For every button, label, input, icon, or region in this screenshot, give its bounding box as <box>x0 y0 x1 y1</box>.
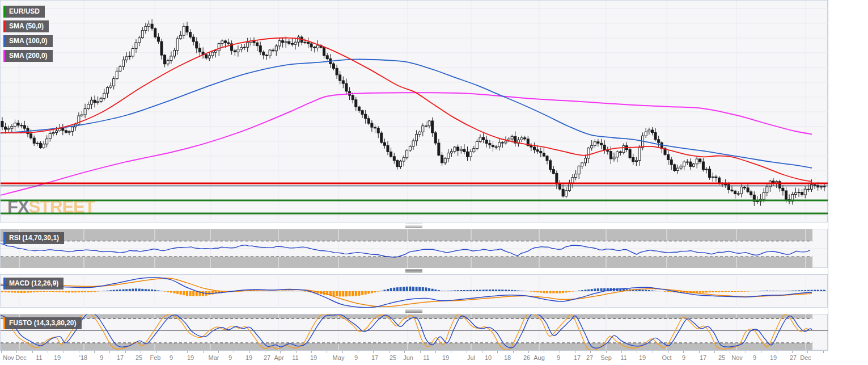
week-tick <box>358 351 358 353</box>
panel-splitter[interactable] <box>0 268 828 274</box>
date-label: Feb <box>150 354 161 361</box>
date-label: 9 <box>753 354 756 361</box>
date-label: 11 <box>620 354 626 361</box>
week-tick <box>435 351 436 353</box>
date-label: 9 <box>682 354 685 361</box>
date-label: Dec <box>15 354 27 361</box>
week-tick <box>1 351 2 353</box>
week-tick <box>699 351 700 353</box>
week-tick <box>172 351 172 353</box>
week-tick <box>109 351 110 353</box>
week-tick <box>311 351 312 353</box>
week-tick <box>590 351 591 353</box>
indicator-label-stochastic[interactable]: FUSTO (14,3,3,80,20) <box>3 317 82 329</box>
date-label: 10 <box>485 354 492 361</box>
date-label: 9 <box>228 354 232 361</box>
rsi-panel[interactable]: RSI (14,70,30,1) <box>0 229 828 268</box>
date-label: Jul <box>467 354 475 361</box>
date-label: May <box>333 354 345 361</box>
week-tick <box>327 351 327 353</box>
week-tick <box>714 351 715 353</box>
date-label: 19 <box>245 354 252 361</box>
indicator-label-rsi[interactable]: RSI (14,70,30,1) <box>3 232 64 244</box>
date-label: 11 <box>292 354 298 361</box>
week-tick <box>48 351 48 353</box>
legend-item-sma-50[interactable]: SMA (50,0) <box>3 20 49 32</box>
panel-splitter[interactable] <box>0 223 828 229</box>
date-label: 9 <box>557 354 560 361</box>
week-tick <box>156 351 157 353</box>
week-tick <box>777 351 777 353</box>
date-label: 25 <box>718 354 725 361</box>
week-tick <box>653 351 653 353</box>
week-tick <box>249 351 250 353</box>
date-label: 26 <box>523 354 530 361</box>
week-tick <box>16 351 17 353</box>
week-tick <box>218 351 219 353</box>
week-tick <box>342 351 343 353</box>
date-label: Nov <box>3 354 14 361</box>
legend-item-sma-200[interactable]: SMA (200,0) <box>3 50 53 62</box>
week-tick <box>560 351 560 353</box>
week-tick <box>575 351 575 353</box>
date-label: 19 <box>770 354 777 361</box>
week-tick <box>63 351 63 353</box>
date-label: 9 <box>354 354 358 361</box>
week-tick <box>420 351 421 353</box>
week-tick <box>683 351 684 353</box>
week-tick <box>621 351 622 353</box>
date-label: 19 <box>187 354 194 361</box>
date-label: 17 <box>117 354 124 361</box>
week-tick <box>668 351 668 353</box>
week-tick <box>823 351 824 353</box>
panel-resize-handle-icon[interactable] <box>405 224 422 228</box>
week-tick <box>637 351 637 353</box>
date-label: 19 <box>639 354 646 361</box>
date-axis[interactable]: NovDec1119'1891725Feb919Mar91927Apr1119M… <box>0 350 828 365</box>
stochastic-panel[interactable]: FUSTO (14,3,3,80,20) <box>0 314 828 350</box>
week-tick <box>761 351 761 353</box>
date-label: 19 <box>310 354 317 361</box>
date-label: 9 <box>170 354 173 361</box>
date-label: 11 <box>36 354 42 361</box>
date-label: 19 <box>54 354 61 361</box>
date-label: 27 <box>586 354 593 361</box>
date-label: 27 <box>264 354 270 361</box>
week-tick <box>280 351 281 353</box>
date-label: Dec <box>800 354 811 361</box>
week-tick <box>746 351 746 353</box>
price-axis[interactable]: 1.13953 1.26001.25001.24001.23001.22001.… <box>828 0 868 365</box>
week-tick <box>528 351 529 353</box>
axis-border <box>828 0 828 350</box>
date-label: Jun <box>403 354 413 361</box>
date-label: 17 <box>371 354 378 361</box>
week-tick <box>497 351 498 353</box>
date-label: 27 <box>790 354 797 361</box>
indicator-label-macd[interactable]: MACD (12,26,9) <box>3 278 63 290</box>
legend-item-sma-100[interactable]: SMA (100,0) <box>3 35 53 47</box>
legend-item-symbol[interactable]: EUR/USD <box>3 6 45 18</box>
week-tick <box>265 351 265 353</box>
week-tick <box>792 351 793 353</box>
week-tick <box>125 351 126 353</box>
week-tick <box>467 351 467 353</box>
date-label: '18 <box>79 354 87 361</box>
date-label: 25 <box>389 354 396 361</box>
panel-resize-handle-icon[interactable] <box>405 269 422 273</box>
week-tick <box>730 351 730 353</box>
date-label: Oct <box>662 354 671 361</box>
week-tick <box>32 351 33 353</box>
panel-resize-handle-icon[interactable] <box>405 309 422 313</box>
week-tick <box>296 351 297 353</box>
week-tick <box>807 351 808 353</box>
date-label: 18 <box>504 354 511 361</box>
week-tick <box>389 351 389 353</box>
panel-splitter[interactable] <box>0 308 828 314</box>
date-label: Aug <box>533 354 545 361</box>
week-tick <box>187 351 188 353</box>
macd-panel[interactable]: MACD (12,26,9) <box>0 274 828 308</box>
date-label: 11 <box>423 354 429 361</box>
week-tick <box>141 351 141 353</box>
date-label: 17 <box>574 354 581 361</box>
price-chart-panel[interactable]: FXSTREET EUR/USDSMA (50,0)SMA (100,0)SMA… <box>0 0 828 223</box>
